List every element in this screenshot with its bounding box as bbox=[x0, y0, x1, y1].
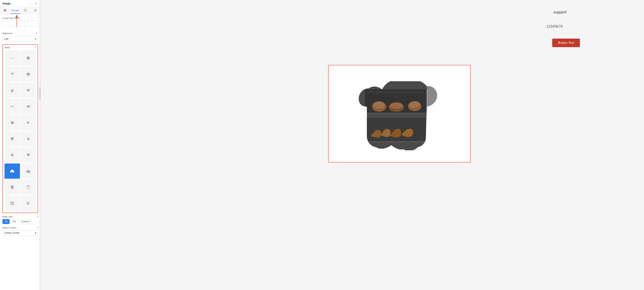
svg-rect-14 bbox=[11, 186, 14, 189]
svg-rect-35 bbox=[427, 81, 440, 150]
svg-rect-17 bbox=[27, 186, 30, 189]
svg-rect-27 bbox=[365, 113, 430, 114]
mask-circle[interactable] bbox=[21, 50, 36, 66]
sidebar-title: Image bbox=[2, 2, 10, 5]
svg-rect-21 bbox=[12, 202, 14, 203]
mask-trash2[interactable] bbox=[21, 179, 36, 195]
button-text-container: Button Text bbox=[552, 39, 580, 47]
mask-drop[interactable] bbox=[4, 83, 20, 98]
svg-marker-11 bbox=[27, 121, 30, 124]
svg-rect-18 bbox=[27, 186, 30, 186]
svg-marker-9 bbox=[27, 72, 30, 76]
mask-size-section: Mask Size ? Fit Fill Custom bbox=[2, 215, 38, 224]
alignment-header: Alignment ○ ⊞ bbox=[2, 32, 38, 35]
scrollbar-thumb[interactable] bbox=[39, 87, 40, 99]
svg-point-7 bbox=[27, 56, 30, 60]
svg-rect-0 bbox=[4, 9, 5, 11]
mask-size-fit-btn[interactable]: Fit bbox=[2, 219, 10, 224]
mask-cloud-up[interactable] bbox=[4, 163, 20, 179]
mask-position-help-icon[interactable]: ? bbox=[37, 226, 38, 229]
alignment-chevron-icon: ▾ bbox=[35, 38, 36, 40]
mask-size-btn-group: Fit Fill Custom bbox=[2, 219, 38, 224]
mask-help-icon[interactable]: ? bbox=[35, 46, 36, 49]
image-max-width-input[interactable] bbox=[2, 21, 38, 26]
masked-oven-svg bbox=[346, 73, 452, 154]
svg-marker-13 bbox=[10, 153, 14, 156]
mask-arrow[interactable] bbox=[21, 115, 36, 130]
tab-link[interactable] bbox=[30, 7, 40, 14]
mask-grid[interactable] bbox=[4, 196, 20, 211]
svg-point-30 bbox=[374, 101, 385, 109]
mask-size-header: Mask Size ? bbox=[2, 215, 38, 218]
mask-none[interactable]: — bbox=[4, 50, 20, 66]
svg-rect-1 bbox=[5, 9, 6, 10]
mask-position-label: Mask Position bbox=[2, 226, 16, 229]
mask-position-value: Center Center bbox=[4, 232, 20, 234]
mask-label: Mask bbox=[4, 46, 10, 49]
image-container bbox=[328, 65, 471, 162]
mask-puzzle[interactable] bbox=[4, 115, 20, 130]
mask-heart[interactable] bbox=[21, 147, 36, 163]
svg-rect-10 bbox=[27, 105, 30, 107]
tab-help[interactable]: ? bbox=[20, 7, 30, 14]
mask-trash1[interactable] bbox=[4, 179, 20, 195]
mask-size-custom-btn[interactable]: Custom bbox=[19, 219, 32, 224]
button-text-btn[interactable]: Button Text bbox=[552, 39, 580, 47]
sidebar-header-icons: ··· ✕ bbox=[30, 2, 38, 5]
alignment-reset-icon[interactable]: ○ bbox=[31, 32, 34, 35]
svg-rect-23 bbox=[12, 203, 14, 205]
svg-rect-28 bbox=[365, 141, 430, 142]
svg-rect-22 bbox=[10, 203, 12, 205]
mask-hexagon[interactable] bbox=[21, 67, 36, 82]
masked-image-wrapper bbox=[328, 65, 470, 162]
mask-heart-outline[interactable] bbox=[21, 83, 36, 98]
svg-rect-36 bbox=[440, 110, 445, 126]
svg-rect-2 bbox=[5, 10, 6, 11]
image-max-width-section: Image Max Width ? bbox=[2, 16, 38, 29]
mask-triangle-down[interactable] bbox=[4, 67, 20, 82]
tab-design-label: Design bbox=[11, 9, 19, 12]
tab-design[interactable]: Design bbox=[10, 7, 20, 14]
svg-point-38 bbox=[434, 128, 438, 132]
alignment-options-icon[interactable]: ⊞ bbox=[35, 32, 38, 35]
svg-marker-12 bbox=[27, 137, 30, 140]
close-icon[interactable]: ✕ bbox=[34, 2, 38, 5]
svg-rect-39 bbox=[426, 89, 428, 134]
mask-position-section: Mask Position ? Center Center ▾ bbox=[2, 226, 38, 236]
svg-point-34 bbox=[410, 101, 420, 108]
sidebar-tabs: Design ? bbox=[0, 7, 40, 14]
svg-rect-20 bbox=[10, 202, 12, 203]
mask-squiggle[interactable] bbox=[4, 99, 20, 114]
svg-point-37 bbox=[433, 127, 439, 133]
mask-position-header: Mask Position ? bbox=[2, 226, 38, 229]
main-canvas: support! 12345678 Button Text bbox=[41, 0, 644, 290]
svg-point-32 bbox=[390, 102, 403, 109]
mask-size-help-icon[interactable]: ? bbox=[37, 215, 38, 218]
mask-grid: — bbox=[4, 50, 36, 211]
svg-rect-15 bbox=[10, 186, 14, 186]
svg-rect-19 bbox=[28, 185, 29, 186]
mask-star[interactable] bbox=[21, 131, 36, 147]
alignment-label: Alignment bbox=[2, 32, 12, 34]
alignment-dropdown[interactable]: Left ▾ bbox=[2, 36, 38, 42]
mask-section: Mask ? — bbox=[2, 44, 38, 213]
mask-size-fill-btn[interactable]: Fill bbox=[10, 219, 18, 224]
mask-shield[interactable] bbox=[4, 131, 20, 147]
mask-size-label: Mask Size bbox=[2, 215, 13, 218]
alignment-icons: ○ ⊞ bbox=[31, 32, 38, 35]
mask-rect[interactable] bbox=[21, 99, 36, 114]
image-max-width-help[interactable]: ? bbox=[37, 16, 38, 19]
mask-diamond[interactable] bbox=[4, 147, 20, 163]
tab-layout[interactable] bbox=[0, 7, 10, 14]
canvas-wrapper: support! 12345678 Button Text bbox=[49, 8, 636, 282]
svg-rect-16 bbox=[12, 185, 13, 186]
alignment-section: Alignment ○ ⊞ Left ▾ bbox=[2, 32, 38, 42]
more-options-icon[interactable]: ··· bbox=[30, 2, 33, 5]
sidebar: Image ··· ✕ Design ? bbox=[0, 0, 41, 290]
svg-text:?: ? bbox=[25, 9, 26, 11]
number-text: 12345678 bbox=[546, 24, 562, 29]
mask-header: Mask ? bbox=[4, 46, 36, 49]
mask-gear[interactable] bbox=[21, 196, 36, 211]
mask-position-dropdown[interactable]: Center Center ▾ bbox=[2, 230, 38, 236]
mask-cloud[interactable] bbox=[21, 163, 36, 179]
